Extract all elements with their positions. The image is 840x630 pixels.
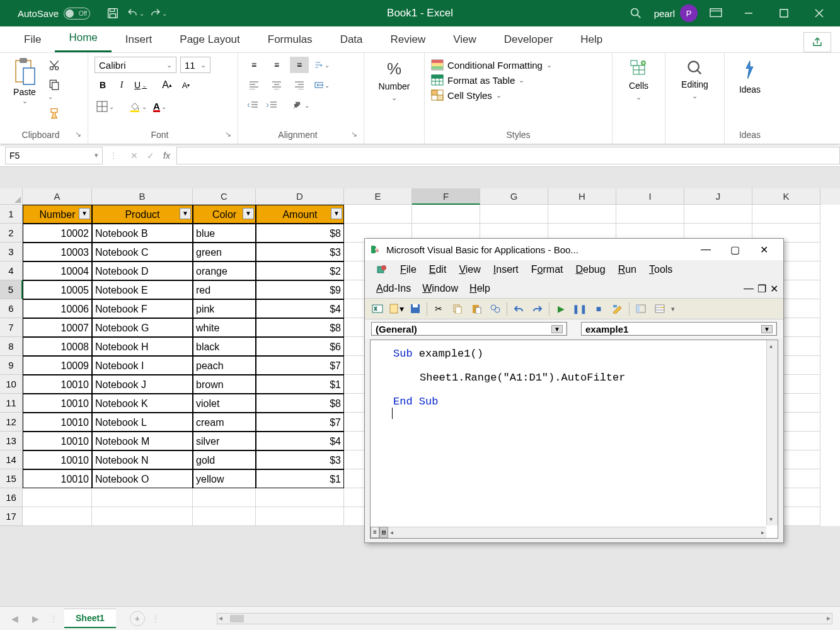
tab-nav-next[interactable]: ▶ (28, 614, 43, 624)
minimize-button[interactable] (734, 4, 763, 22)
cell[interactable]: Notebook L (92, 413, 193, 432)
sheet-tab-sheet1[interactable]: Sheet1 (64, 609, 116, 628)
enter-formula-icon[interactable]: ✓ (147, 151, 154, 161)
borders-icon[interactable] (95, 98, 116, 115)
row-header[interactable]: 3 (0, 243, 23, 261)
vba-menu-edit[interactable]: Edit (429, 264, 447, 275)
cell[interactable]: Notebook I (92, 356, 193, 375)
clipboard-launcher[interactable]: ↘ (75, 130, 81, 139)
cell[interactable] (193, 488, 256, 507)
row-header[interactable]: 1 (0, 205, 23, 224)
vba-view-excel-icon[interactable] (370, 301, 385, 316)
cell[interactable]: Notebook C (92, 243, 193, 261)
conditional-formatting-button[interactable]: Conditional Formatting⌄ (431, 59, 606, 71)
vba-horizontal-scrollbar[interactable] (388, 527, 766, 538)
font-name-select[interactable]: Calibri⌄ (95, 57, 176, 73)
vba-break-icon[interactable]: ❚❚ (572, 301, 587, 316)
redo-icon[interactable]: ⌄ (149, 4, 167, 22)
vba-mdi-restore[interactable]: ❐ (757, 283, 766, 295)
cell[interactable]: Notebook M (92, 432, 193, 450)
cell[interactable]: black (193, 337, 256, 356)
col-header-f[interactable]: F (412, 188, 480, 205)
cell[interactable] (23, 488, 92, 507)
ribbon-display-icon[interactable] (709, 8, 723, 19)
cell[interactable]: orange (193, 261, 256, 280)
vba-menu-window[interactable]: Window (422, 283, 458, 294)
cell[interactable]: $6 (256, 337, 344, 356)
tab-view[interactable]: View (439, 27, 490, 52)
cell[interactable]: 10010 (23, 469, 92, 488)
cell[interactable]: 10010 (23, 394, 92, 413)
cell[interactable] (23, 507, 92, 526)
table-header[interactable]: Amount▼ (256, 205, 344, 224)
cell[interactable]: red (193, 280, 256, 299)
vba-project-explorer-icon[interactable] (633, 301, 648, 316)
cell[interactable]: $9 (256, 280, 344, 299)
cancel-formula-icon[interactable]: ✕ (130, 151, 138, 161)
row-header[interactable]: 2 (0, 224, 23, 243)
cell[interactable]: 10010 (23, 450, 92, 469)
cell[interactable]: brown (193, 375, 256, 394)
select-all-corner[interactable] (0, 188, 23, 205)
cell[interactable]: $3 (256, 450, 344, 469)
col-header-i[interactable]: I (616, 188, 684, 205)
new-sheet-button[interactable]: + (130, 611, 145, 626)
table-header[interactable]: Color▼ (193, 205, 256, 224)
vba-menu-run[interactable]: Run (618, 264, 636, 275)
cell[interactable]: $1 (256, 469, 344, 488)
col-header-h[interactable]: H (548, 188, 616, 205)
cell[interactable]: peach (193, 356, 256, 375)
merge-center-icon[interactable] (313, 77, 331, 93)
row-header[interactable]: 15 (0, 469, 23, 488)
cell[interactable] (616, 205, 684, 224)
font-launcher[interactable]: ↘ (225, 130, 231, 139)
format-as-table-button[interactable]: Format as Table⌄ (431, 74, 606, 86)
vba-menu-file[interactable]: File (400, 264, 417, 275)
italic-button[interactable]: I (113, 77, 130, 93)
align-top-icon[interactable]: ≡ (245, 57, 263, 73)
cell-styles-button[interactable]: Cell Styles⌄ (431, 89, 606, 101)
row-header[interactable]: 5 (0, 280, 23, 299)
cell[interactable]: Notebook E (92, 280, 193, 299)
cell[interactable]: 10009 (23, 356, 92, 375)
cell[interactable]: 10007 (23, 318, 92, 337)
tab-page-layout[interactable]: Page Layout (166, 27, 253, 52)
cell[interactable] (480, 205, 548, 224)
cell[interactable] (256, 507, 344, 526)
row-header[interactable]: 13 (0, 432, 23, 450)
vba-titlebar[interactable]: a Microsoft Visual Basic for Application… (365, 239, 783, 260)
user-account[interactable]: pearl P (654, 4, 698, 22)
cell[interactable]: 10003 (23, 243, 92, 261)
close-button[interactable] (805, 4, 834, 22)
underline-button[interactable]: U (132, 77, 149, 93)
cell[interactable]: Notebook H (92, 337, 193, 356)
search-icon[interactable] (629, 6, 643, 20)
save-icon[interactable] (104, 4, 122, 22)
cell[interactable] (256, 488, 344, 507)
increase-font-icon[interactable]: A▴ (159, 77, 175, 93)
ideas-button[interactable]: Ideas (731, 57, 769, 97)
vba-maximize-button[interactable]: ▢ (720, 241, 749, 258)
cell[interactable]: $2 (256, 261, 344, 280)
table-header[interactable]: Number▼ (23, 205, 92, 224)
col-header-b[interactable]: B (92, 188, 193, 205)
row-header[interactable]: 4 (0, 261, 23, 280)
vba-mdi-close[interactable]: ✕ (770, 283, 778, 295)
cell[interactable]: Notebook G (92, 318, 193, 337)
filter-button[interactable]: ▼ (180, 208, 191, 219)
col-header-g[interactable]: G (480, 188, 548, 205)
cell[interactable]: Notebook J (92, 375, 193, 394)
vba-menu-format[interactable]: Format (531, 264, 563, 275)
tab-file[interactable]: File (10, 27, 55, 52)
tab-nav-prev[interactable]: ◀ (8, 614, 22, 624)
fill-color-icon[interactable] (127, 98, 149, 115)
col-header-c[interactable]: C (193, 188, 256, 205)
vba-vertical-scrollbar[interactable] (766, 340, 778, 525)
vba-find-icon[interactable] (488, 301, 503, 316)
cell[interactable]: $8 (256, 224, 344, 243)
vba-reset-icon[interactable]: ■ (591, 301, 606, 316)
vba-save-icon[interactable] (408, 301, 423, 316)
filter-button[interactable]: ▼ (79, 208, 90, 219)
vba-properties-icon[interactable] (652, 301, 667, 316)
vba-object-dropdown[interactable]: (General)▼ (371, 322, 567, 336)
